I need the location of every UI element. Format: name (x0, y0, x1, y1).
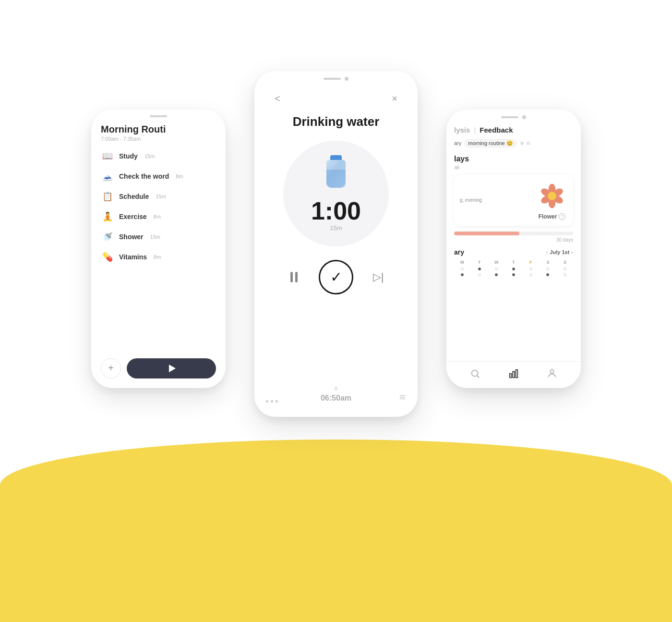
dot-1 (266, 400, 268, 402)
task-icon: 🗻 (101, 170, 114, 183)
calendar-nav: ‹ July 1st › (546, 249, 573, 255)
timer-sub: 15m (330, 224, 342, 232)
tab-inactive[interactable]: lysis (454, 126, 470, 134)
cal-date: July 1st (550, 249, 569, 255)
cal-header-m: M (454, 259, 470, 266)
cal-dot-row-1-4 (505, 267, 522, 271)
dot-2 (271, 400, 273, 402)
dropdown-arrow-icon[interactable]: ∨ (520, 140, 524, 146)
task-item: 📖 Study 15m (101, 149, 216, 163)
check-icon: ✓ (330, 270, 342, 284)
dot (564, 273, 566, 276)
pause-icon (290, 272, 298, 282)
calendar-title: ary (454, 248, 464, 256)
task-duration: 8m (154, 254, 161, 260)
cal-dot-row-1-7 (557, 267, 573, 271)
tab-active[interactable]: Feedback (480, 126, 513, 134)
cal-header-s2: S (557, 259, 573, 266)
left-phone-bottom-bar: + (101, 358, 216, 378)
filter-emoji: 😊 (506, 140, 513, 146)
progress-bar-fill (454, 232, 519, 235)
svg-point-6 (548, 192, 556, 200)
task-duration: 8m (176, 173, 183, 179)
dot-filled (546, 273, 549, 276)
calendar-grid: M T W T F S S (454, 259, 573, 277)
dot (529, 268, 532, 270)
left-phone-content: Morning Routi 7:00am - 7:35am 📖 Study 15… (91, 120, 226, 268)
timer-display: 1:00 (311, 198, 361, 223)
task-name: Study (119, 152, 138, 160)
dot-filled (461, 273, 464, 276)
left-phone-title: Morning Routi (101, 124, 216, 135)
task-icon: 📖 (101, 149, 114, 163)
calendar-section: ary ‹ July 1st › M T W T F S S (454, 248, 573, 277)
water-bottle-icon (322, 155, 350, 194)
cal-dot-row-2-3 (488, 272, 504, 277)
dot-filled (512, 268, 515, 270)
time-arrow-icon: ∧ (334, 384, 338, 392)
task-name: Shower (119, 233, 144, 241)
svg-rect-11 (516, 369, 518, 378)
cal-dot-row-2-4 (505, 272, 522, 277)
dot (461, 268, 464, 270)
dots-row (266, 400, 278, 402)
dot-3 (276, 400, 278, 402)
center-nav: < × (266, 84, 406, 114)
controls-row: ✓ ▷| (284, 260, 388, 294)
wave-icon: ≋ (399, 392, 406, 402)
check-button[interactable]: ✓ (319, 260, 353, 294)
streak-title: lays (454, 155, 573, 163)
filter-tag[interactable]: morning routine 😊 (464, 139, 517, 148)
cal-dot-row-2-1 (454, 272, 470, 277)
dot-filled (512, 273, 515, 276)
cal-prev-icon[interactable]: ‹ (546, 249, 548, 255)
task-item: 📋 Schedule 15m (101, 190, 216, 203)
right-phone: lysis | Feedback ary morning routine 😊 ∨… (446, 110, 581, 388)
task-name: Check the word (119, 172, 169, 180)
bottle-body (326, 160, 346, 188)
dot (546, 268, 549, 270)
bottle-cap (330, 155, 342, 160)
cal-header-f: F (523, 259, 539, 266)
back-button[interactable]: < (270, 91, 285, 107)
progress-days: 30 days (454, 237, 573, 243)
current-time: 06:50am (321, 394, 351, 402)
skip-button[interactable]: ▷| (369, 268, 388, 287)
notch-bar (150, 115, 167, 117)
task-item: 💊 Vitamins 8m (101, 250, 216, 264)
task-icon: 💊 (101, 250, 114, 264)
dot-filled (495, 273, 498, 276)
cal-dot-row-1-2 (471, 267, 488, 271)
task-duration: 15m (150, 234, 160, 240)
reward-right: Flower ? (537, 181, 567, 220)
cal-next-icon[interactable]: › (571, 249, 573, 255)
svg-rect-9 (510, 374, 512, 378)
close-button[interactable]: × (387, 91, 402, 107)
pause-bar-2 (295, 272, 298, 282)
chart-nav-icon[interactable] (508, 368, 519, 381)
tab-divider: | (474, 126, 476, 134)
play-button[interactable] (127, 358, 216, 378)
screen-title: Drinking water (293, 114, 380, 129)
profile-nav-icon[interactable] (547, 368, 557, 381)
tab-row: lysis | Feedback (454, 126, 573, 134)
pause-button[interactable] (284, 268, 303, 287)
calendar-header: ary ‹ July 1st › (454, 248, 573, 256)
pause-bar-1 (290, 272, 293, 282)
add-button[interactable]: + (101, 358, 121, 378)
phones-container: Morning Routi 7:00am - 7:35am 📖 Study 15… (120, 71, 552, 551)
task-icon: 📋 (101, 190, 114, 203)
center-bottom: ∧ 06:50am ≋ (254, 377, 418, 417)
svg-point-7 (472, 370, 478, 376)
streak-section: lays ak g, evening (454, 155, 573, 243)
dot (564, 268, 566, 270)
question-icon[interactable]: ? (559, 213, 565, 220)
task-icon: 🧘 (101, 210, 114, 223)
filter-label: ary (454, 140, 461, 146)
play-icon (169, 365, 176, 372)
cal-dot-row-2-2 (471, 272, 488, 277)
left-phone-subtitle: 7:00am - 7:35am (101, 136, 216, 142)
search-nav-icon[interactable] (470, 368, 480, 381)
task-duration: 8m (154, 214, 161, 220)
notch-bar-right (501, 116, 518, 118)
